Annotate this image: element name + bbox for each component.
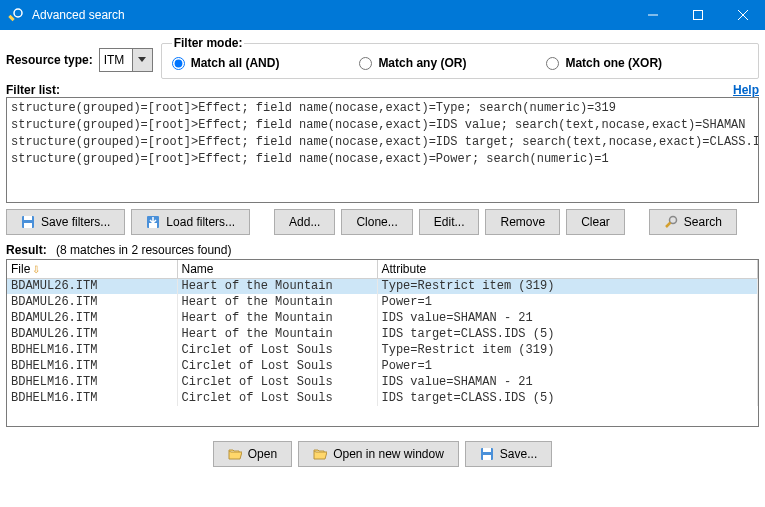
save-filters-button[interactable]: Save filters... [6, 209, 125, 235]
filter-list-item[interactable]: structure(grouped)=[root]>Effect; field … [11, 117, 754, 134]
results-table[interactable]: File⇩ Name Attribute BDAMUL26.ITMHeart o… [6, 259, 759, 427]
save-button[interactable]: Save... [465, 441, 552, 467]
table-row[interactable]: BDHELM16.ITMCirclet of Lost SoulsIDS val… [7, 374, 758, 390]
resource-type-dropdown[interactable] [132, 49, 152, 71]
filter-mode-xor[interactable]: Match one (XOR) [546, 56, 662, 70]
resource-type-label: Resource type: [6, 53, 93, 67]
filter-mode-group: Filter mode: Match all (AND) Match any (… [161, 36, 759, 79]
svg-rect-0 [8, 15, 14, 21]
table-row[interactable]: BDAMUL26.ITMHeart of the MountainType=Re… [7, 278, 758, 294]
filter-list[interactable]: structure(grouped)=[root]>Effect; field … [6, 97, 759, 203]
save-icon [21, 215, 35, 229]
table-row[interactable]: BDAMUL26.ITMHeart of the MountainIDS val… [7, 310, 758, 326]
clear-button[interactable]: Clear [566, 209, 625, 235]
table-row[interactable]: BDHELM16.ITMCirclet of Lost SoulsPower=1 [7, 358, 758, 374]
window-title: Advanced search [32, 8, 630, 22]
open-new-window-button[interactable]: Open in new window [298, 441, 459, 467]
folder-open-icon [228, 447, 242, 461]
clone-button[interactable]: Clone... [341, 209, 412, 235]
table-row[interactable]: BDAMUL26.ITMHeart of the MountainIDS tar… [7, 326, 758, 342]
result-count: (8 matches in 2 resources found) [56, 243, 231, 257]
open-button[interactable]: Open [213, 441, 292, 467]
svg-rect-15 [483, 448, 491, 452]
svg-rect-16 [483, 455, 491, 460]
svg-rect-8 [24, 216, 32, 220]
table-row[interactable]: BDAMUL26.ITMHeart of the MountainPower=1 [7, 294, 758, 310]
maximize-button[interactable] [675, 0, 720, 30]
help-link[interactable]: Help [733, 83, 759, 97]
search-icon [664, 215, 678, 229]
filter-list-label: Filter list: [6, 83, 60, 97]
svg-rect-9 [24, 223, 32, 228]
filter-list-item[interactable]: structure(grouped)=[root]>Effect; field … [11, 100, 754, 117]
result-label: Result: [6, 243, 47, 257]
svg-point-1 [14, 9, 22, 17]
svg-line-13 [666, 223, 671, 228]
column-name[interactable]: Name [177, 260, 377, 278]
sort-indicator-icon: ⇩ [32, 264, 40, 275]
edit-button[interactable]: Edit... [419, 209, 480, 235]
filter-list-item[interactable]: structure(grouped)=[root]>Effect; field … [11, 134, 754, 151]
add-button[interactable]: Add... [274, 209, 335, 235]
load-icon [146, 215, 160, 229]
filter-mode-and[interactable]: Match all (AND) [172, 56, 280, 70]
disk-icon [480, 447, 494, 461]
titlebar[interactable]: Advanced search [0, 0, 765, 30]
column-file[interactable]: File⇩ [7, 260, 177, 278]
table-row[interactable]: BDHELM16.ITMCirclet of Lost SoulsType=Re… [7, 342, 758, 358]
search-button[interactable]: Search [649, 209, 737, 235]
remove-button[interactable]: Remove [485, 209, 560, 235]
minimize-button[interactable] [630, 0, 675, 30]
filter-mode-or[interactable]: Match any (OR) [359, 56, 466, 70]
table-row[interactable]: BDHELM16.ITMCirclet of Lost SoulsIDS tar… [7, 390, 758, 406]
app-icon [8, 7, 24, 23]
load-filters-button[interactable]: Load filters... [131, 209, 250, 235]
svg-point-12 [669, 217, 676, 224]
filter-mode-legend: Filter mode: [172, 36, 245, 50]
close-button[interactable] [720, 0, 765, 30]
filter-list-item[interactable]: structure(grouped)=[root]>Effect; field … [11, 151, 754, 168]
folder-open-icon [313, 447, 327, 461]
column-attribute[interactable]: Attribute [377, 260, 758, 278]
resource-type-input[interactable] [100, 49, 132, 71]
svg-rect-3 [693, 11, 702, 20]
svg-marker-6 [138, 57, 146, 62]
resource-type-combo[interactable] [99, 48, 153, 72]
